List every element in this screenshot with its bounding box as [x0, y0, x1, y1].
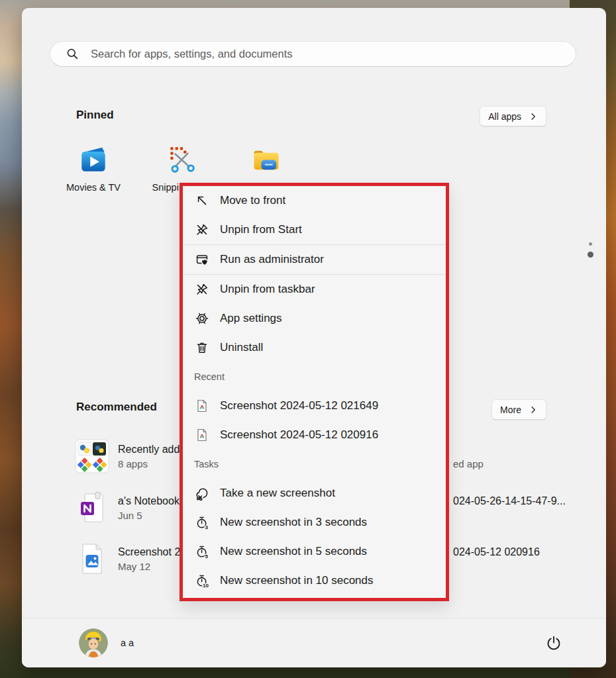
- menu-item-label: Uninstall: [220, 341, 263, 354]
- new-snip-icon: [194, 485, 210, 501]
- menu-item-label: Take a new screenshot: [220, 487, 335, 500]
- svg-text:5: 5: [205, 553, 208, 558]
- menu-item-label: Screenshot 2024-05-12 020916: [220, 428, 378, 442]
- pinned-app-movies-tv[interactable]: Movies & TV: [62, 142, 125, 193]
- start-menu-footer: a a: [22, 618, 606, 667]
- menu-item-recent-screenshot-1[interactable]: Screenshot 2024-05-12 021649: [183, 391, 446, 420]
- image-file-icon: [194, 427, 210, 443]
- naruto-avatar: [79, 628, 108, 657]
- menu-item-new-screenshot-5s[interactable]: 5 New screenshot in 5 seconds: [183, 537, 446, 566]
- start-page-indicator[interactable]: [587, 242, 593, 258]
- chevron-right-icon: [529, 112, 538, 121]
- image-file-icon: [194, 398, 210, 414]
- recommended-section-title: Recommended: [76, 401, 157, 414]
- menu-item-label: Run as administrator: [220, 253, 324, 266]
- recommended-right-fragment[interactable]: 024-05-26-14-15-47-9...: [453, 495, 566, 507]
- page-dot-active[interactable]: [588, 252, 593, 258]
- pinned-app-folder[interactable]: [234, 142, 298, 182]
- arrow-up-left-icon: [194, 193, 210, 209]
- recommended-item-subtitle: Jun 5: [118, 510, 180, 521]
- recommended-item-subtitle: May 12: [118, 561, 180, 572]
- more-button[interactable]: More: [491, 399, 546, 420]
- recommended-item-title: Screenshot 2: [118, 546, 180, 558]
- menu-item-uninstall[interactable]: Uninstall: [183, 333, 446, 362]
- menu-item-label: Screenshot 2024-05-12 021649: [220, 399, 378, 412]
- menu-item-unpin-from-start[interactable]: Unpin from Start: [183, 215, 446, 244]
- svg-text:10: 10: [203, 582, 209, 587]
- menu-item-new-screenshot-10s[interactable]: 10 New screenshot in 10 seconds: [183, 566, 446, 595]
- power-icon: [546, 635, 562, 651]
- menu-item-new-screenshot-3s[interactable]: 3 New screenshot in 3 seconds: [183, 508, 446, 537]
- unpin-icon: [194, 222, 210, 238]
- timer-10-icon: 10: [194, 573, 210, 589]
- trash-icon: [194, 340, 210, 356]
- pinned-app-label: Movies & TV: [66, 182, 121, 193]
- search-placeholder: Search for apps, settings, and documents: [91, 48, 293, 60]
- all-apps-button[interactable]: All apps: [480, 106, 546, 126]
- menu-item-app-settings[interactable]: App settings: [183, 304, 446, 333]
- menu-section-recent: Recent: [183, 362, 446, 391]
- menu-item-move-to-front[interactable]: Move to front: [183, 186, 446, 215]
- menu-item-take-new-screenshot[interactable]: Take a new screenshot: [183, 479, 446, 508]
- menu-item-label: Unpin from Start: [220, 223, 302, 236]
- user-account-button[interactable]: a a: [79, 628, 134, 657]
- admin-shield-icon: [194, 252, 210, 267]
- menu-item-label: Move to front: [220, 194, 285, 207]
- chevron-right-icon: [529, 405, 538, 414]
- svg-text:3: 3: [205, 524, 208, 529]
- timer-5-icon: 5: [194, 544, 210, 559]
- all-apps-label: All apps: [488, 111, 521, 122]
- menu-item-label: New screenshot in 5 seconds: [220, 545, 367, 558]
- menu-item-label: New screenshot in 3 seconds: [220, 516, 367, 529]
- menu-item-label: Unpin from taskbar: [220, 283, 315, 296]
- onenote-icon: [75, 491, 109, 525]
- unpin-icon: [194, 281, 210, 297]
- search-input[interactable]: Search for apps, settings, and documents: [50, 41, 576, 67]
- start-menu-panel: Search for apps, settings, and documents…: [22, 8, 606, 667]
- power-button[interactable]: [540, 629, 568, 657]
- menu-item-label: App settings: [220, 312, 282, 325]
- page-dot[interactable]: [589, 242, 592, 246]
- gear-icon: [194, 311, 210, 326]
- menu-section-tasks: Tasks: [183, 450, 446, 479]
- user-name: a a: [121, 638, 134, 648]
- menu-item-recent-screenshot-2[interactable]: Screenshot 2024-05-12 020916: [183, 420, 446, 450]
- snipping-tool-icon: [164, 142, 198, 177]
- movies-tv-icon: [76, 142, 111, 177]
- menu-item-unpin-from-taskbar[interactable]: Unpin from taskbar: [183, 275, 446, 304]
- recommended-item-title: a's Notebook: [118, 495, 180, 507]
- context-menu-snipping-tool: Move to front Unpin from Start Run as ad…: [180, 183, 449, 601]
- more-label: More: [500, 405, 521, 415]
- screenshot-file-icon: [75, 542, 109, 576]
- pinned-section-title: Pinned: [76, 109, 114, 122]
- timer-3-icon: 3: [194, 514, 210, 530]
- recommended-right-fragment[interactable]: 024-05-12 020916: [453, 546, 540, 558]
- folder-icon: [249, 142, 283, 177]
- menu-item-run-as-administrator[interactable]: Run as administrator: [183, 245, 446, 274]
- recently-added-icon: [75, 439, 109, 473]
- recommended-right-fragment[interactable]: ed app: [453, 458, 484, 469]
- search-icon: [66, 48, 79, 60]
- menu-item-label: New screenshot in 10 seconds: [220, 574, 374, 587]
